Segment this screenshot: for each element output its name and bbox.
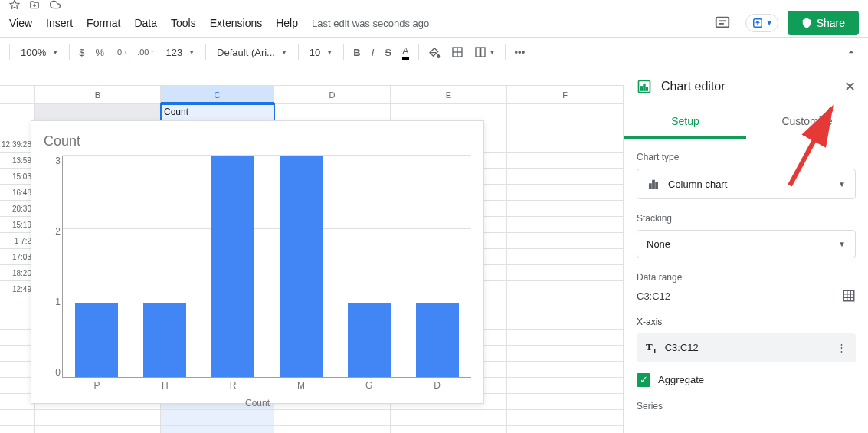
col-header-d[interactable]: D	[274, 86, 391, 103]
share-button[interactable]: Share	[788, 11, 859, 35]
zoom-dropdown[interactable]: 100%▼	[15, 44, 64, 61]
cell[interactable]	[391, 104, 507, 120]
cell[interactable]	[507, 185, 624, 201]
chart-bar[interactable]	[348, 303, 391, 377]
cell[interactable]	[274, 426, 391, 433]
cell[interactable]	[35, 104, 161, 120]
cell[interactable]	[507, 104, 624, 120]
star-icon[interactable]	[9, 0, 20, 10]
move-folder-icon[interactable]	[29, 0, 40, 10]
menu-insert[interactable]: Insert	[46, 17, 73, 29]
cell[interactable]	[161, 426, 274, 433]
cell[interactable]	[507, 362, 624, 378]
chart-bar[interactable]	[416, 303, 459, 377]
chart-bar-label: P	[93, 380, 100, 391]
cell[interactable]	[507, 410, 624, 426]
col-header-c[interactable]: C	[161, 86, 274, 103]
chart-bar[interactable]	[75, 303, 118, 377]
row-header[interactable]	[0, 104, 35, 120]
chevron-down-icon: ▼	[838, 180, 846, 189]
svg-rect-12	[644, 84, 645, 90]
menu-view[interactable]: View	[9, 17, 32, 29]
num-format-dropdown[interactable]: 123▼	[159, 44, 201, 61]
cell[interactable]	[161, 410, 274, 426]
grid-select-icon[interactable]	[842, 289, 856, 303]
aggregate-checkbox[interactable]: ✓	[637, 373, 650, 387]
cell[interactable]	[391, 410, 507, 426]
chart-bar[interactable]	[280, 156, 323, 377]
tab-customise[interactable]: Customise	[746, 106, 868, 139]
menu-data[interactable]: Data	[134, 17, 157, 29]
cell[interactable]	[507, 394, 624, 410]
data-range-value[interactable]: C3:C12	[637, 290, 670, 302]
font-size-dropdown[interactable]: 10▼	[303, 44, 339, 61]
fill-color-btn[interactable]	[424, 43, 445, 61]
chart-object[interactable]: Count 3210 PHRMGD Count	[31, 120, 484, 404]
chart-bar[interactable]	[211, 156, 254, 377]
close-icon[interactable]: ✕	[844, 78, 856, 95]
cell[interactable]	[507, 313, 624, 330]
cell[interactable]	[507, 378, 624, 394]
cell[interactable]	[507, 217, 624, 233]
row-header[interactable]	[0, 410, 35, 426]
more-btn[interactable]: •••	[510, 44, 530, 61]
menu-help[interactable]: Help	[276, 17, 298, 29]
cell[interactable]	[391, 426, 507, 433]
chart-bar[interactable]	[143, 303, 186, 377]
cloud-icon[interactable]	[49, 0, 61, 10]
cell[interactable]	[507, 346, 624, 362]
menu-format[interactable]: Format	[87, 17, 120, 29]
row-header[interactable]	[0, 426, 35, 433]
col-header-f[interactable]: F	[507, 86, 624, 103]
merge-btn[interactable]: ▼	[470, 43, 500, 61]
chart-type-dropdown[interactable]: Column chart ▼	[637, 169, 856, 199]
cell[interactable]	[507, 233, 624, 249]
comment-history-icon[interactable]	[709, 9, 736, 37]
svg-rect-8	[476, 48, 480, 57]
cell[interactable]	[507, 136, 624, 153]
cell[interactable]	[507, 120, 624, 136]
italic-btn[interactable]: I	[367, 44, 379, 61]
cell[interactable]	[507, 169, 624, 185]
strike-btn[interactable]: S	[380, 44, 396, 61]
cell[interactable]	[507, 426, 624, 433]
xaxis-chip[interactable]: TT C3:C12 ⋮	[637, 333, 856, 362]
currency-btn[interactable]: $	[74, 44, 89, 61]
collapse-toolbar-btn[interactable]	[840, 43, 862, 61]
chart-bar-label: H	[162, 380, 169, 391]
cell[interactable]	[507, 265, 624, 281]
text-color-btn[interactable]: A	[398, 42, 414, 63]
aggregate-label: Aggregate	[658, 374, 704, 385]
dec-increase-btn[interactable]: .00↑	[133, 44, 158, 60]
cell[interactable]	[507, 249, 624, 265]
cell[interactable]	[507, 153, 624, 169]
cell[interactable]	[274, 104, 391, 120]
tab-setup[interactable]: Setup	[624, 106, 746, 139]
col-header-e[interactable]: E	[391, 86, 507, 103]
font-dropdown[interactable]: Default (Ari...▼	[211, 44, 293, 61]
col-header-b[interactable]: B	[35, 86, 161, 103]
percent-btn[interactable]: %	[90, 44, 109, 61]
svg-rect-15	[653, 181, 654, 189]
cell[interactable]	[507, 330, 624, 346]
cell[interactable]	[507, 281, 624, 297]
panel-title: Chart editor	[661, 80, 835, 93]
cell[interactable]	[274, 410, 391, 426]
cell[interactable]	[35, 410, 161, 426]
borders-btn[interactable]	[447, 43, 468, 61]
more-options-icon[interactable]: ⋮	[837, 342, 847, 353]
menu-extensions[interactable]: Extensions	[210, 17, 262, 29]
cell[interactable]	[507, 201, 624, 217]
present-button-group[interactable]: ▼	[745, 14, 778, 32]
stacking-dropdown[interactable]: None ▼	[637, 230, 856, 258]
bold-btn[interactable]: B	[349, 44, 365, 61]
chart-bar-label: R	[230, 380, 237, 391]
cell[interactable]: Count	[161, 104, 274, 120]
cell[interactable]	[35, 426, 161, 433]
menu-tools[interactable]: Tools	[171, 17, 196, 29]
cell[interactable]	[507, 297, 624, 313]
svg-rect-1	[716, 18, 729, 28]
dec-decrease-btn[interactable]: .0↓	[110, 44, 131, 60]
spreadsheet-area[interactable]: B C D E F Count12:39:28P13:5915:0316:482…	[0, 67, 624, 433]
last-edit-link[interactable]: Last edit was seconds ago	[312, 18, 429, 29]
